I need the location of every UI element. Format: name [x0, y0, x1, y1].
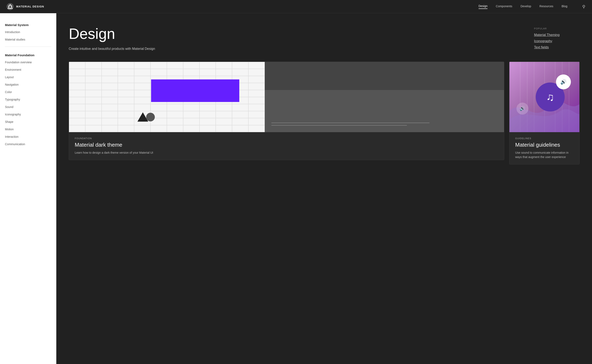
card-dark-theme-image — [69, 62, 504, 132]
card-guidelines-body: GUIDELINES Material guidelines Use sound… — [509, 132, 579, 164]
dt-grid-cell — [85, 90, 102, 97]
dt-grid-cell — [102, 83, 118, 90]
dt-grid-cell — [151, 104, 167, 111]
dt-grid-cell — [216, 125, 232, 132]
dt-grid-cell — [85, 97, 102, 104]
sidebar-item-layout[interactable]: Layout — [0, 73, 56, 81]
dt-grid-cell — [200, 118, 216, 125]
dt-grid-cell — [118, 69, 134, 76]
card-guidelines-desc: Use sound to communicate information in … — [515, 150, 574, 159]
popular-label: POPULAR — [534, 27, 579, 30]
nav-links: Design Components Develop Resources Blog… — [479, 4, 585, 9]
popular-link-iconography[interactable]: Iconography — [534, 39, 579, 43]
sidebar-item-shape[interactable]: Shape — [0, 118, 56, 125]
dt-grid-cell — [118, 97, 134, 104]
card-guidelines[interactable]: ♫ 🔊 🔊 GUIDELINES Material guid — [509, 62, 579, 164]
dt-grid-cell — [216, 118, 232, 125]
dt-grid-cell — [151, 125, 167, 132]
dt-grid-cell — [69, 125, 85, 132]
nav-link-design[interactable]: Design — [479, 4, 488, 9]
nav-link-blog[interactable]: Blog — [562, 5, 567, 9]
dt-grid-cell — [85, 83, 102, 90]
dt-grid-cell — [85, 111, 102, 118]
card-dark-theme-tag: FOUNDATION — [75, 137, 498, 140]
speaker-icon: 🔊 — [519, 106, 525, 111]
sidebar-item-foundation-overview[interactable]: Foundation overview — [0, 58, 56, 66]
dt-grid-cell — [102, 62, 118, 69]
dt-grid-cell — [85, 104, 102, 111]
hero-text: Design Create intuitive and beautiful pr… — [69, 26, 522, 51]
dt-shapes — [137, 112, 155, 122]
dt-grid-cell — [69, 97, 85, 104]
nav-logo: MATERIAL DESIGN — [7, 3, 479, 10]
dt-grid-cell — [118, 118, 134, 125]
hero-title: Design — [69, 26, 522, 42]
dt-dark-top — [265, 62, 504, 90]
card-guidelines-tag: GUIDELINES — [515, 137, 574, 140]
dt-grid-cell — [248, 90, 265, 97]
dt-purple-rect — [151, 79, 239, 102]
dt-grid-cell — [167, 125, 183, 132]
card-guidelines-title: Material guidelines — [515, 142, 574, 148]
music-illustration: ♫ 🔊 🔊 — [509, 62, 579, 132]
dt-grid-cell — [232, 125, 248, 132]
dt-grid-cell — [216, 62, 232, 69]
dt-grid-cell — [200, 111, 216, 118]
popular-link-material-theming[interactable]: Material Theming — [534, 33, 579, 37]
sidebar-item-color[interactable]: Color — [0, 88, 56, 96]
dt-grid-cell — [102, 125, 118, 132]
nav-link-develop[interactable]: Develop — [521, 5, 531, 9]
dark-theme-illustration — [69, 62, 504, 132]
dt-grid-cell — [85, 125, 102, 132]
dt-grid-cell — [200, 69, 216, 76]
dt-grid-cell — [118, 83, 134, 90]
sidebar-item-motion[interactable]: Motion — [0, 125, 56, 133]
dt-grid-cell — [102, 76, 118, 83]
dt-grid-cell — [200, 62, 216, 69]
nav-brand-label: MATERIAL DESIGN — [16, 5, 44, 8]
dt-grid-cell — [167, 104, 183, 111]
dt-grid-cell — [134, 62, 151, 69]
card-dark-theme[interactable]: FOUNDATION Material dark theme Learn how… — [69, 62, 504, 160]
dt-grid-cell — [151, 62, 167, 69]
sidebar-section-material-foundation: Material Foundation — [0, 50, 56, 58]
nav-link-components[interactable]: Components — [496, 5, 512, 9]
dt-grid-cell — [69, 83, 85, 90]
dt-grid-cell — [134, 83, 151, 90]
dt-grid-cell — [248, 62, 265, 69]
dt-grid-cell — [183, 69, 200, 76]
dt-grid-cell — [167, 62, 183, 69]
sidebar-item-typography[interactable]: Typography — [0, 96, 56, 103]
sidebar-item-interaction[interactable]: Interaction — [0, 133, 56, 140]
sidebar-item-material-studies[interactable]: Material studies — [0, 36, 56, 43]
sidebar-item-communication[interactable]: Communication — [0, 140, 56, 148]
sidebar-item-iconography[interactable]: Iconography — [0, 111, 56, 118]
sidebar-item-introduction[interactable]: Introduction — [0, 28, 56, 36]
dt-grid-cell — [167, 111, 183, 118]
dt-grid-cell — [69, 76, 85, 83]
hero-subtitle: Create intuitive and beautiful products … — [69, 47, 522, 51]
dt-grid-cell — [248, 118, 265, 125]
dt-circle-shape — [146, 113, 155, 121]
sidebar-item-environment[interactable]: Environment — [0, 66, 56, 73]
dt-grid-cell — [216, 111, 232, 118]
sidebar-item-sound[interactable]: Sound — [0, 103, 56, 111]
popular-link-text-fields[interactable]: Text fields — [534, 46, 579, 49]
dt-grid-cell — [216, 104, 232, 111]
dt-grid-cell — [232, 111, 248, 118]
dt-grid-cell — [232, 104, 248, 111]
search-icon[interactable]: ⚲ — [582, 4, 585, 9]
dt-grid-cell — [151, 69, 167, 76]
dt-grid-cell — [118, 76, 134, 83]
dt-grid-cell — [69, 104, 85, 111]
dt-grid-cell — [232, 69, 248, 76]
dt-grid-cell — [200, 125, 216, 132]
sidebar-item-navigation[interactable]: Navigation — [0, 81, 56, 88]
dt-grid-cell — [183, 111, 200, 118]
dt-grid-cell — [118, 125, 134, 132]
nav-link-resources[interactable]: Resources — [539, 5, 553, 9]
cards-row: FOUNDATION Material dark theme Learn how… — [69, 62, 579, 164]
card-dark-theme-title: Material dark theme — [75, 142, 498, 148]
dt-grid-cell — [69, 111, 85, 118]
dt-grid-cell — [85, 76, 102, 83]
